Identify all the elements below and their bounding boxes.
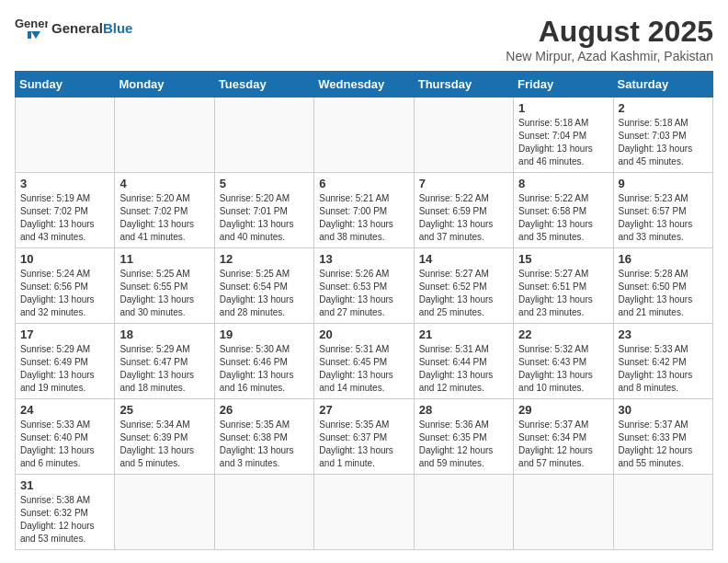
- day-info: Sunrise: 5:38 AM Sunset: 6:32 PM Dayligh…: [20, 494, 109, 546]
- day-info: Sunrise: 5:24 AM Sunset: 6:56 PM Dayligh…: [20, 268, 109, 319]
- day-number: 31: [20, 478, 109, 492]
- day-cell: 13Sunrise: 5:26 AM Sunset: 6:53 PM Dayli…: [314, 248, 414, 324]
- day-number: 15: [518, 252, 608, 266]
- svg-marker-1: [31, 31, 40, 39]
- day-number: 7: [419, 177, 508, 190]
- day-cell: 30Sunrise: 5:37 AM Sunset: 6:33 PM Dayli…: [613, 399, 712, 475]
- day-cell: 24Sunrise: 5:33 AM Sunset: 6:40 PM Dayli…: [16, 399, 115, 475]
- day-cell: [414, 98, 513, 173]
- day-cell: [314, 98, 414, 173]
- weekday-header-friday: Friday: [514, 72, 613, 98]
- day-info: Sunrise: 5:33 AM Sunset: 6:40 PM Dayligh…: [20, 419, 109, 470]
- day-cell: [414, 475, 513, 550]
- day-info: Sunrise: 5:30 AM Sunset: 6:46 PM Dayligh…: [220, 343, 309, 395]
- day-info: Sunrise: 5:20 AM Sunset: 7:01 PM Dayligh…: [220, 192, 309, 244]
- day-number: 24: [20, 403, 109, 417]
- day-info: Sunrise: 5:25 AM Sunset: 6:55 PM Dayligh…: [119, 268, 209, 319]
- header: General GeneralBlue August 2025 New Mirp…: [15, 15, 713, 63]
- day-cell: 19Sunrise: 5:30 AM Sunset: 6:46 PM Dayli…: [214, 324, 313, 399]
- week-row-2: 10Sunrise: 5:24 AM Sunset: 6:56 PM Dayli…: [16, 248, 713, 324]
- day-number: 2: [619, 101, 708, 115]
- day-info: Sunrise: 5:27 AM Sunset: 6:52 PM Dayligh…: [419, 268, 508, 319]
- day-number: 17: [20, 327, 109, 341]
- day-number: 30: [619, 403, 708, 417]
- weekday-header-wednesday: Wednesday: [314, 72, 414, 98]
- day-info: Sunrise: 5:21 AM Sunset: 7:00 PM Dayligh…: [319, 192, 408, 244]
- svg-text:General: General: [15, 17, 48, 30]
- day-cell: 31Sunrise: 5:38 AM Sunset: 6:32 PM Dayli…: [16, 475, 115, 550]
- day-cell: 12Sunrise: 5:25 AM Sunset: 6:54 PM Dayli…: [214, 248, 313, 324]
- day-info: Sunrise: 5:32 AM Sunset: 6:43 PM Dayligh…: [518, 343, 608, 395]
- day-cell: [115, 475, 214, 550]
- day-info: Sunrise: 5:23 AM Sunset: 6:57 PM Dayligh…: [619, 192, 708, 244]
- weekday-header-monday: Monday: [115, 72, 214, 98]
- week-row-0: 1Sunrise: 5:18 AM Sunset: 7:04 PM Daylig…: [16, 98, 713, 173]
- day-info: Sunrise: 5:19 AM Sunset: 7:02 PM Dayligh…: [20, 192, 109, 244]
- day-cell: [214, 98, 313, 173]
- day-cell: 1Sunrise: 5:18 AM Sunset: 7:04 PM Daylig…: [514, 98, 613, 173]
- day-number: 13: [319, 252, 408, 266]
- day-number: 19: [220, 327, 309, 341]
- day-info: Sunrise: 5:20 AM Sunset: 7:02 PM Dayligh…: [119, 192, 209, 244]
- week-row-5: 31Sunrise: 5:38 AM Sunset: 6:32 PM Dayli…: [16, 475, 713, 550]
- day-number: 1: [518, 101, 608, 115]
- day-number: 8: [518, 177, 608, 190]
- week-row-1: 3Sunrise: 5:19 AM Sunset: 7:02 PM Daylig…: [16, 173, 713, 248]
- day-number: 22: [518, 327, 608, 341]
- day-cell: 3Sunrise: 5:19 AM Sunset: 7:02 PM Daylig…: [16, 173, 115, 248]
- day-number: 21: [419, 327, 508, 341]
- title-area: August 2025 New Mirpur, Azad Kashmir, Pa…: [506, 15, 713, 63]
- day-info: Sunrise: 5:37 AM Sunset: 6:33 PM Dayligh…: [619, 419, 708, 470]
- day-cell: 20Sunrise: 5:31 AM Sunset: 6:45 PM Dayli…: [314, 324, 414, 399]
- day-info: Sunrise: 5:35 AM Sunset: 6:38 PM Dayligh…: [220, 419, 309, 470]
- weekday-header-sunday: Sunday: [16, 72, 115, 98]
- day-info: Sunrise: 5:31 AM Sunset: 6:44 PM Dayligh…: [419, 343, 508, 395]
- day-number: 5: [220, 177, 309, 190]
- day-cell: 15Sunrise: 5:27 AM Sunset: 6:51 PM Dayli…: [514, 248, 613, 324]
- day-cell: [115, 98, 214, 173]
- day-number: 29: [518, 403, 608, 417]
- day-cell: 26Sunrise: 5:35 AM Sunset: 6:38 PM Dayli…: [214, 399, 313, 475]
- day-info: Sunrise: 5:29 AM Sunset: 6:49 PM Dayligh…: [20, 343, 109, 395]
- logo: General GeneralBlue: [15, 15, 132, 40]
- day-cell: [514, 475, 613, 550]
- day-cell: 23Sunrise: 5:33 AM Sunset: 6:42 PM Dayli…: [613, 324, 712, 399]
- week-row-3: 17Sunrise: 5:29 AM Sunset: 6:49 PM Dayli…: [16, 324, 713, 399]
- day-cell: 16Sunrise: 5:28 AM Sunset: 6:50 PM Dayli…: [613, 248, 712, 324]
- day-info: Sunrise: 5:31 AM Sunset: 6:45 PM Dayligh…: [319, 343, 408, 395]
- day-number: 6: [319, 177, 408, 190]
- day-info: Sunrise: 5:35 AM Sunset: 6:37 PM Dayligh…: [319, 419, 408, 470]
- day-info: Sunrise: 5:33 AM Sunset: 6:42 PM Dayligh…: [619, 343, 708, 395]
- day-info: Sunrise: 5:28 AM Sunset: 6:50 PM Dayligh…: [619, 268, 708, 319]
- logo-general: General: [51, 20, 103, 36]
- day-cell: 28Sunrise: 5:36 AM Sunset: 6:35 PM Dayli…: [414, 399, 513, 475]
- day-number: 9: [619, 177, 708, 190]
- day-number: 27: [319, 403, 408, 417]
- day-cell: 14Sunrise: 5:27 AM Sunset: 6:52 PM Dayli…: [414, 248, 513, 324]
- day-number: 16: [619, 252, 708, 266]
- day-number: 23: [619, 327, 708, 341]
- day-info: Sunrise: 5:25 AM Sunset: 6:54 PM Dayligh…: [220, 268, 309, 319]
- day-info: Sunrise: 5:37 AM Sunset: 6:34 PM Dayligh…: [518, 419, 608, 470]
- day-cell: [613, 475, 712, 550]
- day-number: 3: [20, 177, 109, 190]
- day-cell: 6Sunrise: 5:21 AM Sunset: 7:00 PM Daylig…: [314, 173, 414, 248]
- day-cell: 5Sunrise: 5:20 AM Sunset: 7:01 PM Daylig…: [214, 173, 313, 248]
- day-info: Sunrise: 5:22 AM Sunset: 6:59 PM Dayligh…: [419, 192, 508, 244]
- logo-icon: General: [15, 15, 48, 40]
- day-cell: 18Sunrise: 5:29 AM Sunset: 6:47 PM Dayli…: [115, 324, 214, 399]
- day-cell: 22Sunrise: 5:32 AM Sunset: 6:43 PM Dayli…: [514, 324, 613, 399]
- day-cell: [16, 98, 115, 173]
- day-number: 26: [220, 403, 309, 417]
- day-info: Sunrise: 5:27 AM Sunset: 6:51 PM Dayligh…: [518, 268, 608, 319]
- day-cell: [314, 475, 414, 550]
- day-cell: 10Sunrise: 5:24 AM Sunset: 6:56 PM Dayli…: [16, 248, 115, 324]
- svg-rect-2: [28, 31, 31, 39]
- weekday-header-thursday: Thursday: [414, 72, 513, 98]
- day-number: 10: [20, 252, 109, 266]
- day-number: 20: [319, 327, 408, 341]
- calendar: SundayMondayTuesdayWednesdayThursdayFrid…: [15, 71, 713, 550]
- day-info: Sunrise: 5:18 AM Sunset: 7:04 PM Dayligh…: [518, 117, 608, 168]
- day-number: 18: [119, 327, 209, 341]
- day-number: 25: [119, 403, 209, 417]
